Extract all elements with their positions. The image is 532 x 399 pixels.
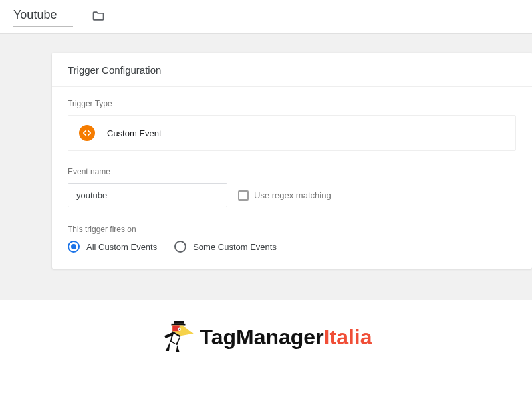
event-name-input[interactable] (68, 183, 227, 207)
tag-name-input[interactable]: Youtube (13, 8, 73, 27)
regex-checkbox[interactable]: Use regex matching (238, 190, 331, 201)
brand-logo-text: TagManagerItalia (200, 325, 372, 350)
trigger-type-name: Custom Event (107, 128, 162, 138)
trigger-type-label: Trigger Type (68, 99, 516, 108)
checkbox-icon (238, 190, 249, 201)
fires-on-label: This trigger fires on (68, 225, 516, 234)
trigger-type-selector[interactable]: Custom Event (68, 115, 516, 151)
radio-icon (174, 241, 186, 253)
editor-canvas: Trigger Configuration Trigger Type Custo… (0, 34, 532, 300)
svg-rect-0 (174, 321, 184, 324)
woodpecker-mascot-icon (160, 319, 197, 356)
radio-label: Some Custom Events (193, 242, 277, 252)
brand-footer: TagManagerItalia (0, 300, 532, 356)
regex-label: Use regex matching (254, 190, 331, 200)
brand-text-part2: Italia (324, 325, 372, 349)
event-name-label: Event name (68, 167, 516, 176)
radio-icon (68, 241, 80, 253)
folder-icon[interactable] (92, 9, 105, 25)
svg-point-3 (179, 329, 180, 330)
brand-text-part1: TagManager (200, 325, 323, 349)
radio-label: All Custom Events (86, 242, 157, 252)
custom-event-icon (79, 125, 95, 141)
top-bar: Youtube (0, 0, 532, 34)
panel-title: Trigger Configuration (52, 53, 532, 87)
radio-all-custom-events[interactable]: All Custom Events (68, 241, 157, 253)
radio-some-custom-events[interactable]: Some Custom Events (174, 241, 277, 253)
svg-rect-1 (172, 324, 186, 326)
trigger-config-panel: Trigger Configuration Trigger Type Custo… (52, 53, 532, 269)
